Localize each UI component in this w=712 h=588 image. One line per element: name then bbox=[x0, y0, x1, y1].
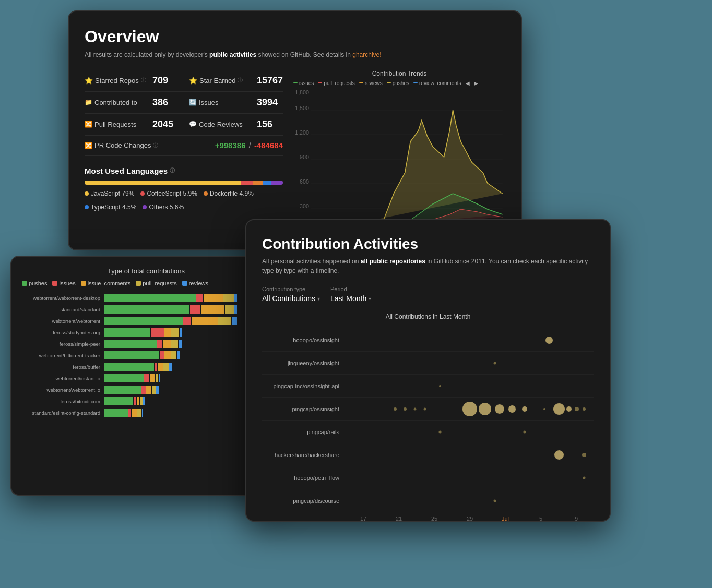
bar-segment-0-0 bbox=[104, 294, 196, 302]
legend-reviews-label: reviews bbox=[365, 80, 383, 86]
repo-name-2: webtorrent/webtorrent bbox=[22, 318, 100, 324]
repo-name-8: webtorrent/webtorrent.io bbox=[22, 387, 100, 393]
review-icon: 💬 bbox=[189, 121, 197, 128]
bar-segment-8-4 bbox=[156, 386, 159, 394]
bar-legend-issues: issues bbox=[52, 280, 75, 286]
lang-coffee-dot bbox=[140, 191, 145, 196]
bar-legend-pushes-color bbox=[22, 281, 27, 286]
stat-row-pr-changes: 🔀 PR Code Changes ⓘ +998386 / -484684 bbox=[85, 136, 283, 156]
bubble-6-0 bbox=[583, 476, 585, 479]
bubble-repo-label-6: hooopo/petri_flow bbox=[262, 475, 346, 481]
contrib-subtitle-bold: all public repositories bbox=[361, 258, 425, 265]
bubble-area-3 bbox=[346, 398, 594, 420]
bubble-3-0 bbox=[394, 407, 397, 411]
x-label-jul: Jul bbox=[488, 515, 523, 522]
language-legend: JavaScript 79% CoffeeScript 5.9% Dockerf… bbox=[85, 190, 283, 211]
filter-type-select[interactable]: All Contributions ▾ bbox=[262, 294, 320, 303]
bar-legend-pushes: pushes bbox=[22, 280, 47, 286]
bubble-5-0 bbox=[554, 450, 564, 460]
bar-segment-2-2 bbox=[192, 317, 218, 325]
bubble-5-1 bbox=[582, 453, 586, 457]
legend-pr-label: pull_requests bbox=[324, 80, 354, 86]
bar-row-5: webtorrent/bittorrent-tracker bbox=[22, 351, 270, 359]
bar-legend: pushes issues issue_comments pull_reques… bbox=[22, 280, 270, 286]
lang-js-dot bbox=[85, 191, 89, 196]
starred-repos-info: ⓘ bbox=[141, 77, 146, 84]
lang-bar-others bbox=[271, 181, 282, 185]
lang-others: Others 5.6% bbox=[143, 203, 184, 211]
bubble-3-9 bbox=[543, 408, 545, 410]
bar-segment-6-4 bbox=[169, 363, 172, 371]
stat-starred-repos: ⭐ Starred Repos ⓘ 709 bbox=[85, 75, 179, 86]
bar-segment-6-1 bbox=[155, 363, 157, 371]
bar-chart-card: Type of total contributions pushes issue… bbox=[10, 256, 282, 496]
bubble-area-0 bbox=[346, 329, 594, 351]
bubble-3-13 bbox=[583, 407, 586, 411]
filter-period-select[interactable]: Last Month ▾ bbox=[330, 294, 371, 303]
stats-section: ⭐ Starred Repos ⓘ 709 ⭐ Star Earned ⓘ 15… bbox=[85, 70, 283, 237]
stat-row-starred: ⭐ Starred Repos ⓘ 709 ⭐ Star Earned ⓘ 15… bbox=[85, 70, 283, 92]
chart-nav-next[interactable]: ▶ bbox=[474, 80, 478, 86]
pr-value: 2045 bbox=[152, 119, 179, 130]
lang-others-dot bbox=[143, 205, 147, 209]
bubble-0-0 bbox=[545, 337, 553, 344]
bar-segment-10-0 bbox=[104, 409, 128, 417]
repo-name-4: feross/simple-peer bbox=[22, 341, 100, 347]
bar-segment-8-2 bbox=[146, 386, 151, 394]
lang-coffee-label: CoffeeScript 5.9% bbox=[147, 190, 197, 197]
bar-segment-4-2 bbox=[163, 340, 171, 348]
bar-segment-8-0 bbox=[104, 386, 141, 394]
bar-legend-pr-label: pull_requests bbox=[143, 280, 176, 286]
bubble-repo-label-7: pingcap/discourse bbox=[262, 498, 346, 504]
bubble-area-6 bbox=[346, 466, 594, 489]
stat-code-reviews: 💬 Code Reviews 156 bbox=[189, 119, 283, 130]
x-label-25: 25 bbox=[417, 515, 452, 522]
svg-text:1,200: 1,200 bbox=[295, 130, 309, 136]
bubble-3-11 bbox=[566, 406, 572, 412]
chart-nav-prev[interactable]: ◀ bbox=[466, 80, 470, 86]
bubble-3-6 bbox=[495, 404, 504, 414]
repo-name-5: webtorrent/bittorrent-tracker bbox=[22, 353, 100, 358]
languages-info-icon: ⓘ bbox=[170, 167, 175, 174]
review-label: Code Reviews bbox=[199, 121, 243, 128]
bar-segment-7-1 bbox=[144, 374, 149, 382]
bubble-4-1 bbox=[523, 430, 526, 433]
bar-segment-6-2 bbox=[158, 363, 163, 371]
legend-reviews: reviews bbox=[359, 80, 383, 86]
bubble-row-6: hooopo/petri_flow bbox=[262, 466, 594, 489]
bar-segment-2-3 bbox=[218, 317, 231, 325]
overview-card: Overview All results are calculated only… bbox=[68, 10, 522, 250]
bar-legend-pushes-label: pushes bbox=[29, 280, 47, 286]
bar-row-0: webtorrent/webtorrent-desktop bbox=[22, 294, 270, 302]
bar-segment-5-1 bbox=[160, 351, 164, 359]
bar-segment-9-2 bbox=[137, 397, 139, 405]
bar-row-7: webtorrent/instant.io bbox=[22, 374, 270, 382]
bubble-repo-label-4: pingcap/rails bbox=[262, 429, 346, 435]
stat-row-pr: 🔀 Pull Requests 2045 💬 Code Reviews 156 bbox=[85, 114, 283, 136]
bubble-row-2: pingcap-inc/ossinsight-api bbox=[262, 375, 594, 398]
bar-legend-reviews-label: reviews bbox=[189, 280, 208, 286]
bubble-area-1 bbox=[346, 352, 594, 374]
bar-segment-0-1 bbox=[196, 294, 203, 302]
repo-name-10: standard/eslint-config-standard bbox=[22, 410, 100, 416]
bar-segment-7-3 bbox=[156, 374, 158, 382]
legend-review-comments-dot bbox=[413, 82, 418, 83]
bar-segment-9-3 bbox=[140, 397, 143, 405]
bubble-row-0: hooopo/ossinsight bbox=[262, 329, 594, 352]
bar-row-8: webtorrent/webtorrent.io bbox=[22, 386, 270, 394]
bar-row-4: feross/simple-peer bbox=[22, 340, 270, 348]
bubble-3-5 bbox=[479, 403, 491, 415]
bar-segment-8-1 bbox=[141, 386, 146, 394]
pr-changes-icon: 🔀 bbox=[85, 142, 92, 149]
lang-docker: Dockerfile 4.9% bbox=[204, 190, 254, 197]
bubble-row-4: pingcap/rails bbox=[262, 421, 594, 443]
bubble-chart-title: All Contributions in Last Month bbox=[262, 313, 594, 320]
bar-segment-1-1 bbox=[190, 305, 200, 314]
gharchive-link[interactable]: gharchive! bbox=[352, 51, 381, 58]
issues-icon: 🔄 bbox=[189, 99, 197, 106]
pr-label: Pull Requests bbox=[94, 121, 136, 128]
x-axis: 17 21 25 29 Jul 5 9 bbox=[262, 515, 594, 522]
lang-coffee: CoffeeScript 5.9% bbox=[140, 190, 197, 197]
bubble-row-1: jinqueeny/ossinsight bbox=[262, 352, 594, 375]
bar-row-2: webtorrent/webtorrent bbox=[22, 317, 270, 325]
